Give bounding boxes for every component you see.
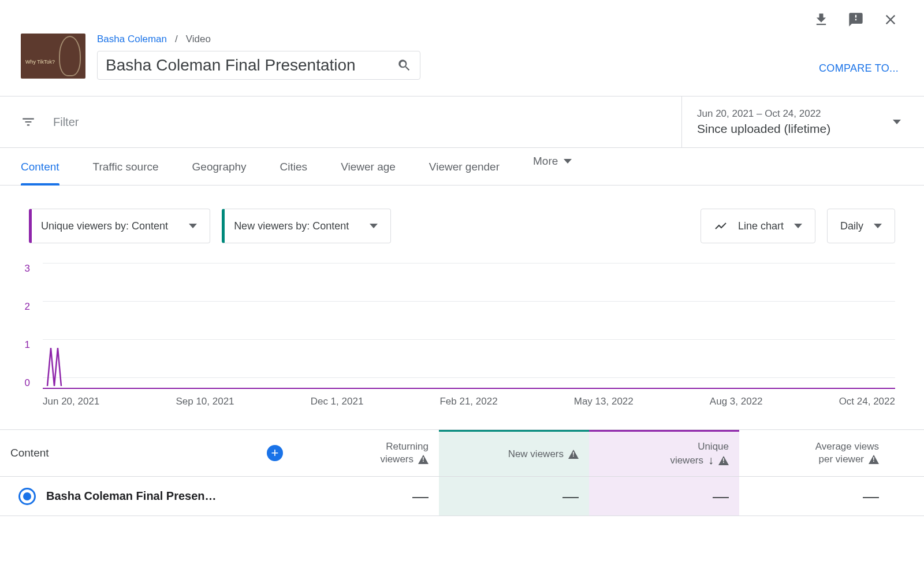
chevron-down-icon bbox=[794, 224, 802, 228]
channel-link[interactable]: Basha Coleman bbox=[97, 34, 167, 45]
filter-input[interactable]: Filter bbox=[0, 97, 681, 147]
chart-baseline bbox=[43, 388, 895, 389]
date-preset: Since uploaded (lifetime) bbox=[697, 122, 830, 136]
chart-line bbox=[47, 348, 65, 389]
date-range: Jun 20, 2021 – Oct 24, 2022 bbox=[697, 108, 830, 120]
chart: 3 2 1 0 Jun 20, 2021 Sep 10, 2021 Dec 1,… bbox=[0, 249, 924, 413]
chart-type-selector[interactable]: Line chart bbox=[701, 209, 815, 243]
granularity-selector[interactable]: Daily bbox=[827, 209, 895, 243]
line-chart-icon bbox=[714, 219, 728, 233]
chevron-down-icon bbox=[370, 224, 378, 228]
warning-icon bbox=[869, 455, 879, 464]
warning-icon bbox=[568, 450, 579, 459]
compare-to-button[interactable]: COMPARE TO... bbox=[819, 62, 899, 75]
table-row[interactable]: Basha Coleman Final Presen… — — — — bbox=[0, 477, 924, 516]
breadcrumb: Basha Coleman / Video bbox=[97, 34, 420, 45]
tab-content[interactable]: Content bbox=[21, 161, 59, 185]
chevron-down-icon bbox=[874, 224, 882, 228]
feedback-icon[interactable] bbox=[848, 12, 864, 28]
search-icon bbox=[397, 58, 412, 73]
tab-bar: Content Traffic source Geography Cities … bbox=[0, 148, 924, 186]
table-header: Content + Returning viewers New viewers … bbox=[0, 429, 924, 477]
close-icon[interactable] bbox=[882, 12, 899, 28]
col-content: Content bbox=[10, 447, 49, 459]
chevron-down-icon bbox=[564, 159, 572, 164]
row-title: Basha Coleman Final Presen… bbox=[46, 489, 217, 503]
page-title: Basha Coleman Final Presentation bbox=[106, 56, 397, 75]
row-radio[interactable] bbox=[18, 488, 36, 505]
video-thumbnail[interactable]: Why TikTok? bbox=[21, 34, 85, 79]
x-axis-ticks: Jun 20, 2021 Sep 10, 2021 Dec 1, 2021 Fe… bbox=[43, 396, 895, 407]
sort-desc-icon: ↓ bbox=[708, 454, 714, 467]
filter-icon bbox=[21, 114, 36, 129]
tab-cities[interactable]: Cities bbox=[280, 161, 308, 185]
col-new[interactable]: New viewers bbox=[439, 430, 589, 476]
col-returning[interactable]: Returning viewers bbox=[289, 430, 439, 476]
chevron-down-icon bbox=[893, 120, 901, 124]
y-axis-ticks: 3 2 1 0 bbox=[21, 263, 30, 416]
crumb-video: Video bbox=[186, 34, 211, 45]
date-range-selector[interactable]: Jun 20, 2021 – Oct 24, 2022 Since upload… bbox=[681, 97, 924, 147]
title-search[interactable]: Basha Coleman Final Presentation bbox=[97, 51, 420, 80]
metric-unique-viewers[interactable]: Unique viewers by: Content bbox=[29, 209, 210, 243]
tab-traffic-source[interactable]: Traffic source bbox=[93, 161, 159, 185]
tab-more[interactable]: More bbox=[533, 155, 572, 179]
tab-viewer-gender[interactable]: Viewer gender bbox=[429, 161, 500, 185]
col-unique[interactable]: Unique viewers ↓ bbox=[589, 430, 739, 476]
warning-icon bbox=[418, 455, 429, 464]
tab-viewer-age[interactable]: Viewer age bbox=[341, 161, 396, 185]
metric-new-viewers[interactable]: New viewers by: Content bbox=[222, 209, 391, 243]
download-icon[interactable] bbox=[813, 12, 829, 28]
col-avg[interactable]: Average views per viewer bbox=[739, 430, 889, 476]
tab-geography[interactable]: Geography bbox=[192, 161, 247, 185]
data-table: Content + Returning viewers New viewers … bbox=[0, 429, 924, 516]
warning-icon bbox=[718, 456, 729, 465]
chevron-down-icon bbox=[189, 224, 197, 228]
add-metric-button[interactable]: + bbox=[267, 445, 283, 461]
